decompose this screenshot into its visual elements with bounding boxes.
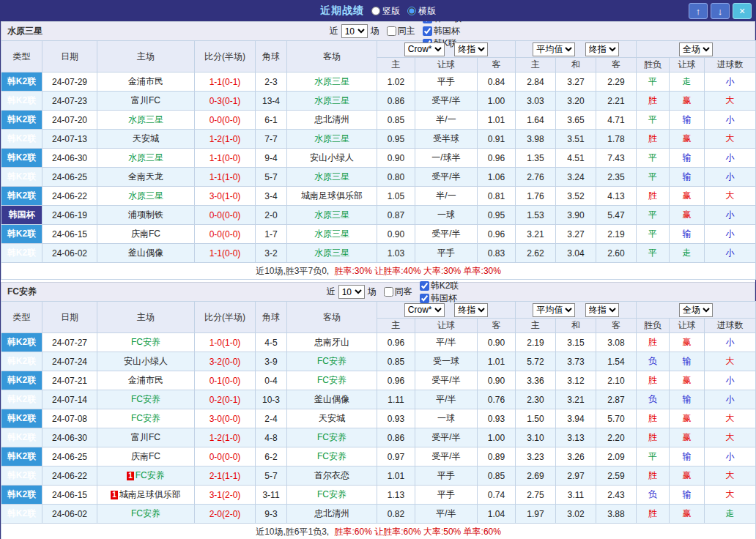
avg-odds-select[interactable]: 平均值 [533, 42, 575, 56]
horizontal-radio-input[interactable] [407, 7, 416, 15]
league-type-cell: 韩K2联 [1, 168, 42, 187]
avg-draw-cell: 3.27 [556, 225, 596, 244]
odds-source-select[interactable]: Crow* [404, 42, 445, 56]
vertical-radio-label: 竖版 [382, 5, 400, 18]
avg-away-cell: 2.21 [596, 92, 637, 111]
handicap-cell: 平/半 [415, 333, 478, 352]
league-filter-1[interactable]: 韩国杯 [418, 25, 462, 37]
match-date-cell: 24-06-25 [42, 168, 97, 187]
final-odds-select[interactable]: 终指 [454, 303, 488, 317]
score-cell: 1-1(1-0) [195, 168, 256, 187]
match-count-select[interactable]: 10 [338, 285, 365, 299]
final-odds-select-2[interactable]: 终指 [585, 303, 619, 317]
away-team-cell-name: 忠北清州 [314, 508, 349, 518]
league-checkbox[interactable] [423, 26, 432, 36]
result-cell: 平 [637, 206, 670, 225]
away-odds-cell: 0.74 [478, 486, 516, 505]
avg-draw-cell: 3.20 [556, 92, 596, 111]
scope-select[interactable]: 全场 [679, 303, 713, 317]
league-filter-0[interactable]: 韩K2联 [415, 280, 459, 292]
near-label: 近 [327, 286, 336, 298]
match-row: 韩国杯24-06-19浦项制铁0-0(0-0)2-0水原三星0.87一球0.95… [1, 206, 756, 225]
final-odds-select[interactable]: 终指 [454, 42, 488, 56]
home-team-cell: FC安养 [97, 333, 195, 352]
layout-option-vertical[interactable]: 竖版 [371, 5, 400, 18]
scroll-down-button[interactable]: ↓ [711, 3, 730, 19]
col-header-odds-away: 客 [478, 319, 516, 333]
handicap-cell: 半/一 [415, 187, 478, 206]
score-cell: 3-2(0-0) [195, 352, 256, 371]
col-header-avg-away: 客 [596, 319, 637, 333]
close-button[interactable]: × [733, 3, 752, 19]
avg-odds-select[interactable]: 平均值 [533, 303, 575, 317]
same-venue-checkbox[interactable] [387, 26, 396, 36]
away-odds-cell: 1.00 [478, 92, 516, 111]
corner-cell: 9-4 [256, 149, 287, 168]
match-row: 韩K2联24-07-21金浦市民0-1(0-0)0-4FC安养0.96受平/半0… [1, 371, 756, 390]
away-team-cell: 忠北清州 [287, 111, 377, 130]
corner-cell: 9-3 [256, 505, 287, 524]
handicap-cell: 平手 [415, 466, 478, 486]
scope-select[interactable]: 全场 [679, 42, 713, 56]
away-team-cell: 城南足球俱乐部 [287, 187, 377, 206]
up-arrow-icon: ↑ [696, 6, 701, 17]
avg-home-cell: 2.76 [516, 168, 556, 187]
odds-source-select[interactable]: Crow* [404, 303, 445, 317]
layout-option-horizontal[interactable]: 横版 [407, 5, 436, 18]
goals-result-cell: 大 [705, 466, 756, 486]
same-venue-filter[interactable]: 同主 [382, 25, 415, 37]
home-team-cell-name: FC安养 [131, 413, 160, 423]
filter-bar: 近 10 场 同客 韩K2联韩国杯 [327, 280, 459, 305]
avg-draw-cell: 3.90 [556, 206, 596, 225]
col-header-avg-home: 主 [516, 319, 556, 333]
away-team-cell: 天安城 [287, 409, 377, 428]
goals-result-cell: 大 [705, 486, 756, 505]
match-row: 韩K2联24-06-02FC安养2-0(2-0)9-3忠北清州0.82平/半1.… [1, 505, 756, 524]
avg-home-cell: 3.21 [516, 225, 556, 244]
away-odds-cell: 0.76 [478, 390, 516, 409]
league-checkbox[interactable] [420, 294, 429, 303]
league-checkbox[interactable] [420, 281, 429, 291]
handicap-cell: 一球 [415, 206, 478, 225]
match-row: 韩K2联24-06-30水原三星1-1(0-0)9-4安山小绿人0.90一/球半… [1, 149, 756, 168]
final-odds-select-2[interactable]: 终指 [585, 42, 619, 56]
home-team-cell: 富川FC [97, 92, 195, 111]
col-header-score: 比分(半场) [195, 302, 256, 333]
handicap-result-cell: 赢 [670, 466, 705, 486]
team-section-anyang: FC安养 近 10 场 同客 韩K2联韩国杯 类型 [1, 282, 755, 539]
handicap-cell: 一球 [415, 409, 478, 428]
home-team-cell-name: 庆南FC [131, 228, 160, 239]
match-date-cell: 24-06-30 [42, 149, 97, 168]
away-odds-cell: 1.01 [478, 111, 516, 130]
match-date-cell: 24-07-29 [42, 73, 97, 92]
match-row: 韩K2联24-07-20水原三星0-0(0-0)6-1忠北清州0.85半/一1.… [1, 111, 756, 130]
handicap-result-cell: 输 [670, 447, 705, 466]
goals-result-cell: 小 [705, 333, 756, 352]
vertical-radio-input[interactable] [371, 7, 380, 15]
away-team-cell-name: 首尔衣恋 [314, 470, 349, 480]
home-odds-cell: 0.93 [377, 409, 415, 428]
match-count-select[interactable]: 10 [341, 24, 368, 38]
score-cell: 0-0(0-0) [195, 447, 256, 466]
red-card-badge: 1 [127, 472, 134, 480]
same-venue-checkbox[interactable] [384, 287, 393, 297]
home-team-cell: 全南天龙 [97, 168, 195, 187]
avg-away-cell: 4.13 [596, 187, 637, 206]
result-cell: 负 [637, 352, 670, 371]
avg-home-cell: 2.75 [516, 486, 556, 505]
section-head: 水原三星 近 10 场 同主 韩K2联韩国杯韩K联 [1, 21, 755, 40]
home-team-cell-name: 富川FC [131, 95, 160, 105]
avg-draw-cell: 3.21 [556, 390, 596, 409]
scroll-up-button[interactable]: ↑ [689, 3, 708, 19]
away-odds-cell: 0.81 [478, 187, 516, 206]
avg-home-cell: 3.10 [516, 428, 556, 447]
match-row: 韩K2联24-07-13天安城1-2(1-0)7-7水原三星0.95受半球0.9… [1, 130, 756, 149]
handicap-cell: 受一球 [415, 352, 478, 371]
away-odds-cell: 0.91 [478, 130, 516, 149]
handicap-cell: 受平/半 [415, 92, 478, 111]
away-team-cell: 水原三星 [287, 92, 377, 111]
home-team-cell-name: 水原三星 [128, 152, 163, 163]
same-venue-filter[interactable]: 同客 [379, 286, 412, 298]
handicap-cell: 受平/半 [415, 371, 478, 390]
match-row: 韩K2联24-07-08FC安养3-0(0-0)2-4天安城0.93一球0.93… [1, 409, 756, 428]
